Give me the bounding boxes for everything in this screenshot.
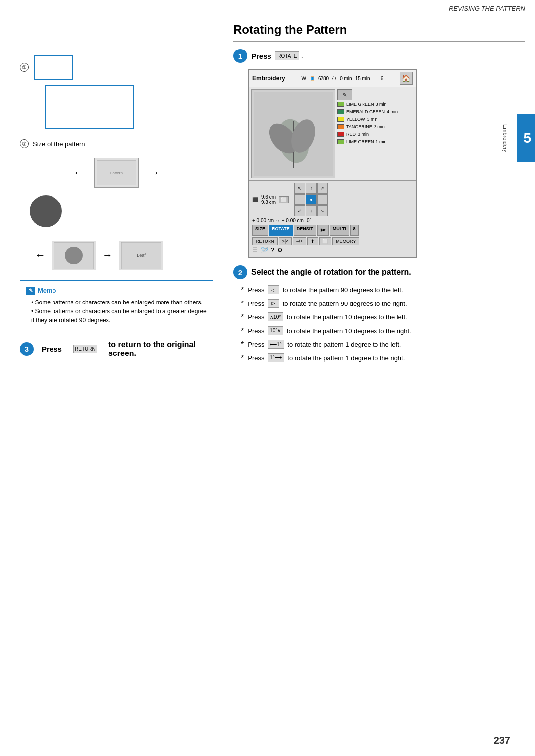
nav-ur[interactable]: ↗: [317, 183, 328, 194]
tab-densit[interactable]: DENSIT: [294, 225, 316, 236]
tab-number: 5: [523, 130, 531, 146]
pattern-box-large: [45, 85, 134, 129]
color-row-5: LIME GREEN 1 min: [337, 139, 414, 145]
btn-plusminus[interactable]: –/+: [293, 237, 306, 245]
rot3-suffix: to rotate the pattern 10 degrees to the …: [287, 326, 411, 336]
emb-offset-row: + 0.00 cm ↔ + 0.00 cm 0°: [252, 218, 413, 223]
rot4-suffix: to rotate the pattern 1 degree to the le…: [287, 340, 401, 350]
nav-r[interactable]: →: [317, 194, 328, 205]
nav-l[interactable]: ←: [294, 194, 305, 205]
memo-box: ✎ Memo Some patterns or characters can b…: [20, 280, 213, 330]
thumbnail-2: [52, 241, 96, 270]
section-title: Rotating the Pattern: [233, 23, 525, 42]
rot5-prefix: Press: [248, 353, 264, 363]
color-name-3: TANGERINE: [346, 124, 372, 129]
color-row-3: TANGERINE 2 min: [337, 124, 414, 130]
size-label: ① Size of the pattern: [20, 139, 213, 148]
arrows-row-1: Pattern: [20, 158, 213, 188]
nav-dl[interactable]: ↙: [294, 205, 305, 216]
emb-bottom-bar: RETURN >|< –/+ ⬆ ⬜ MEMORY: [252, 237, 413, 245]
rot1-btn[interactable]: ▷: [268, 299, 279, 308]
emb-right-panel: ✎ LIME GREEN 3 min EMERALD GREEN 4 min Y…: [337, 89, 414, 178]
swatch-1: [337, 109, 344, 114]
step2-row: 2 Select the angle of rotation for the p…: [233, 265, 525, 279]
rot4-btn[interactable]: ⟵1°: [268, 340, 284, 349]
step3-row: 3 Press RETURN to return to the original…: [20, 340, 213, 358]
rot0-suffix: to rotate the pattern 90 degrees to the …: [283, 285, 403, 295]
nav-ul[interactable]: ↖: [294, 183, 305, 194]
tab-icon-1: ✂: [482, 134, 487, 142]
nav-dr[interactable]: ↘: [317, 205, 328, 216]
svg-text:Pattern: Pattern: [110, 171, 123, 175]
color-name-1: EMERALD GREEN: [346, 109, 385, 114]
color-time-5: 1 min: [376, 139, 387, 144]
emb-15: 15 min: [355, 76, 370, 81]
left-column: ① ① Size of the pattern Pattern: [0, 15, 223, 738]
tab-empty1[interactable]: ✂: [317, 225, 329, 236]
rotation-list: Press ◁ to rotate the pattern 90 degrees…: [233, 285, 525, 363]
btn-frame[interactable]: ⬜: [319, 237, 331, 245]
sewing-icon[interactable]: 🪡: [261, 247, 268, 253]
btn-center[interactable]: >|<: [279, 237, 292, 245]
btn-return[interactable]: RETURN: [252, 237, 278, 245]
size-label-text: Size of the pattern: [33, 140, 85, 148]
color-time-4: 3 min: [358, 132, 369, 137]
emb-home-btn[interactable]: 🏠: [400, 72, 413, 85]
rot5-btn[interactable]: 1°⟶: [268, 353, 284, 362]
rot4-prefix: Press: [248, 340, 264, 350]
rotation-item-1: Press ▷ to rotate the pattern 90 degrees…: [241, 299, 525, 309]
swatch-0: [337, 102, 344, 107]
step1-label: Press: [251, 52, 271, 60]
tab-8[interactable]: 8: [350, 225, 359, 236]
step2-label: Select the angle of rotation for the pat…: [251, 268, 411, 277]
rot2-suffix: to rotate the pattern 10 degrees to the …: [287, 312, 407, 322]
help-icon[interactable]: ?: [271, 247, 274, 253]
rotation-item-4: Press ⟵1° to rotate the pattern 1 degree…: [241, 340, 525, 350]
memo-title: ✎ Memo: [26, 286, 207, 296]
color-time-2: 3 min: [367, 117, 378, 122]
svg-text:Leaf: Leaf: [137, 253, 146, 258]
menu-icon[interactable]: ☰: [252, 247, 258, 253]
page-number: 237: [494, 735, 510, 746]
rotate-text: 0°: [307, 218, 312, 223]
emb-title: Embroidery: [252, 75, 285, 82]
arrow-left-icon: [73, 166, 84, 179]
swatch-5: [337, 139, 344, 144]
rot2-btn[interactable]: ∧10°: [268, 312, 283, 321]
btn-move[interactable]: ⬆: [307, 237, 318, 245]
main-layout: ① ① Size of the pattern Pattern: [0, 15, 535, 738]
right-edge-tab: 5 Embroidery ✂ ⚙: [517, 114, 535, 162]
rot2-prefix: Press: [248, 312, 264, 322]
rot0-btn[interactable]: ◁: [268, 285, 279, 294]
color-row-2: YELLOW 3 min: [337, 116, 414, 122]
step3-label: Press: [42, 345, 62, 353]
rot3-btn[interactable]: 10°∨: [268, 326, 283, 335]
right-column: Rotating the Pattern 1 Press ROTATE . Em…: [223, 15, 535, 738]
emb-stats: W 🧵 6280 ⏱ 0 min 15 min — 6: [301, 76, 383, 81]
emb-w: W: [301, 76, 306, 81]
nav-u[interactable]: ↑: [306, 183, 317, 194]
tab-rotate[interactable]: ROTATE: [269, 225, 293, 236]
rot1-suffix: to rotate the pattern 90 degrees to the …: [283, 299, 407, 309]
step1-circle: 1: [233, 49, 247, 63]
color-row-4: RED 3 min: [337, 131, 414, 137]
nav-c[interactable]: ●: [306, 194, 317, 205]
btn-memory[interactable]: MEMORY: [332, 237, 359, 245]
rot0-prefix: Press: [248, 285, 264, 295]
thumbnail-3: Leaf: [119, 241, 163, 270]
nav-d[interactable]: ↓: [306, 205, 317, 216]
rot1-prefix: Press: [248, 299, 264, 309]
emb-icon-bar: ☰ 🪡 ? ⚙: [252, 245, 413, 255]
memo-item-2: Some patterns or characters can be enlar…: [31, 307, 207, 325]
emb-edit-btn[interactable]: ✎: [337, 89, 352, 100]
tab-multi[interactable]: MULTI: [330, 225, 349, 236]
page-header: REVISING THE PATTERN: [0, 0, 535, 15]
tab-size[interactable]: SIZE: [252, 225, 268, 236]
color-time-0: 3 min: [376, 102, 387, 107]
settings-icon[interactable]: ⚙: [277, 247, 283, 253]
circle-number-1: ①: [20, 63, 29, 72]
emb-tabs: SIZE ROTATE DENSIT ✂ MULTI 8: [252, 225, 413, 236]
rotate-tab-btn[interactable]: ROTATE: [275, 51, 299, 60]
size-h: 9.3 cm: [261, 200, 276, 205]
arrow-right-2-icon: [102, 249, 113, 262]
